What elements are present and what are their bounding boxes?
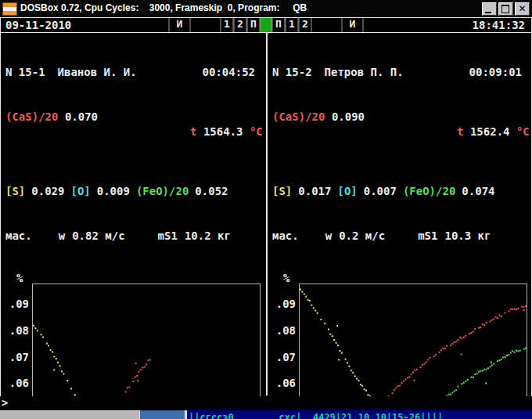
minimize-icon: [485, 12, 491, 13]
cas-value: 0.090: [332, 110, 365, 154]
status-cell: П: [247, 18, 261, 32]
status-cell: 1: [286, 18, 299, 32]
close-icon: ✕: [516, 3, 529, 15]
indicator-left: И: [169, 18, 191, 32]
w-value: 0.2 м/с: [339, 229, 385, 244]
taskbar-status-text: ||сгссз0 схс| 4429|21.10.10|15-26||||: [189, 412, 443, 419]
status-row: 09-11-2010 И 1 2 П П 1 2 И 18:41:32: [1, 18, 531, 33]
melt-number: N 15-2: [272, 65, 312, 80]
active-indicator-block: [261, 18, 272, 32]
temp-value: 1562.4: [470, 125, 510, 138]
close-button[interactable]: ✕: [515, 2, 530, 16]
y-tick-label: .08: [268, 324, 296, 337]
feo-value: 0.074: [462, 184, 494, 199]
status-cell: 2: [299, 18, 312, 32]
taskbar-left-segment: [0, 410, 139, 419]
o-label: [O]: [337, 184, 357, 199]
temp-unit: °C: [250, 125, 263, 138]
status-cell: П: [272, 18, 286, 32]
temp-unit: °C: [516, 125, 530, 138]
window-titlebar[interactable]: DOSBox 0.72, Cpu Cycles: 3000, Frameskip…: [0, 0, 532, 17]
ms-label: mS1: [158, 229, 178, 244]
dos-screen: 09-11-2010 И 1 2 П П 1 2 И 18:41:32: [0, 17, 532, 397]
y-tick-label: .08: [1, 324, 29, 337]
taskbar-divider: [185, 410, 187, 419]
prompt-cursor: >: [2, 396, 8, 409]
status-cell: 1: [221, 18, 234, 32]
operator-name: Петров П. П.: [325, 65, 404, 80]
y-tick-label: .09: [1, 298, 29, 310]
y-tick-label: .07: [268, 351, 296, 363]
y-axis-unit: %: [283, 272, 289, 284]
feo-value: 0.052: [195, 184, 228, 199]
maximize-button[interactable]: [498, 2, 513, 16]
operator-name: Иванов И. И.: [58, 65, 137, 80]
status-indicator-cluster: И 1 2 П П 1 2 И: [169, 18, 364, 32]
o-value: 0.007: [364, 184, 397, 199]
s-label: [S]: [5, 184, 25, 199]
feo-label: (FeO)/20: [403, 184, 455, 199]
y-tick-label: .07: [1, 351, 29, 363]
s-value: 0.029: [31, 184, 64, 199]
w-label: w: [59, 229, 65, 244]
dosbox-window: DOSBox 0.72, Cpu Cycles: 3000, Frameskip…: [0, 0, 532, 419]
o-label: [O]: [70, 184, 90, 199]
ms-label: mS1: [418, 229, 437, 244]
prompt-row: >: [0, 396, 532, 410]
status-cell: 2: [234, 18, 247, 32]
maximize-icon: [501, 5, 509, 13]
s-label: [S]: [272, 184, 292, 199]
cas-label: (CaS)/20: [5, 110, 58, 154]
mass-label: мас.: [5, 229, 32, 244]
mass-label: мас.: [272, 229, 299, 244]
y-tick-label: .06: [268, 377, 296, 389]
clock-display: 18:41:32: [473, 19, 531, 31]
ms-value: 10.2 кг: [185, 229, 231, 244]
elapsed-time: 00:04:52: [203, 65, 266, 80]
dosbox-app-icon: [2, 2, 17, 16]
indicator-right: И: [342, 18, 364, 32]
w-label: w: [325, 229, 332, 244]
w-value: 0.82 м/с: [72, 229, 124, 244]
window-title: DOSBox 0.72, Cpu Cycles: 3000, Frameskip…: [20, 2, 307, 13]
melt-number: N 15-1: [5, 65, 45, 80]
minimize-button[interactable]: [482, 2, 497, 16]
date-display: 09-11-2010: [1, 19, 71, 31]
s-value: 0.017: [298, 184, 331, 199]
o-value: 0.009: [97, 184, 130, 199]
taskbar-strip: ||сгссз0 схс| 4429|21.10.10|15-26||||: [0, 410, 532, 419]
feo-label: (FeO)/20: [136, 184, 189, 199]
y-tick-label: .09: [268, 298, 296, 310]
y-tick-label: .06: [1, 377, 29, 389]
melt-panel-2: N 15-2 Петров П. П. 00:09:01 (CaS)/20 0.…: [267, 33, 532, 396]
taskbar-button[interactable]: [139, 410, 185, 419]
temp-value: 1564.3: [203, 125, 243, 138]
cas-label: (CaS)/20: [272, 110, 325, 154]
melt-panel-1: N 15-1 Иванов И. И. 00:04:52 (CaS)/20 0.…: [1, 33, 267, 396]
cas-value: 0.070: [65, 110, 98, 154]
ms-value: 10.3 кг: [444, 229, 491, 244]
y-axis-unit: %: [16, 272, 23, 284]
elapsed-time: 00:09:01: [469, 65, 532, 80]
